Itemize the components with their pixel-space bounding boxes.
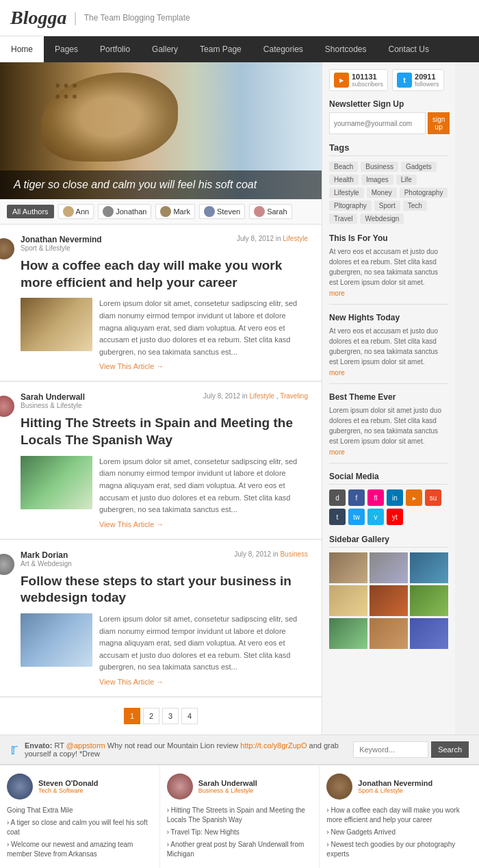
article-3-excerpt: Lorem ipsum dolor sit amet, consetetur s… (99, 613, 308, 674)
page-4[interactable]: 4 (181, 708, 198, 724)
footer-author-1-link-1[interactable]: Going That Extra Mile (7, 806, 73, 814)
tag-tech[interactable]: Tech (403, 201, 427, 211)
footer-authors: Steven O'Donald Tech & Software Going Th… (0, 765, 479, 868)
page-1[interactable]: 1 (124, 708, 140, 724)
page-3[interactable]: 3 (162, 708, 179, 724)
tag-pltography[interactable]: Pltography (329, 201, 372, 211)
footer-author-1-link-2[interactable]: › A tiger so close and calm you will fee… (7, 819, 148, 836)
footer-author-3-cat: Sport & Lifestyle (358, 787, 432, 794)
footer-avatar-1 (7, 774, 33, 800)
nav-categories[interactable]: Categories (253, 36, 314, 62)
nav-contact-us[interactable]: Contact Us (378, 36, 440, 62)
footer-author-2-link-3[interactable]: › Another great post by Sarah Underwall … (167, 841, 305, 858)
nav-home[interactable]: Home (0, 36, 44, 62)
article-2-category2[interactable]: Traveling (280, 392, 308, 400)
nav-portfolio[interactable]: Portfolio (89, 36, 141, 62)
article-2-date: July 8, 2012 in Lifestyle , Traveling (203, 392, 308, 400)
article-3-avatar (0, 552, 16, 576)
author-btn-mark[interactable]: Mark (155, 204, 194, 219)
tags-container: Beach Business Gadgets Health Images Lif… (329, 162, 448, 224)
tag-life[interactable]: Life (396, 175, 417, 185)
best-theme-body: Lorem ipsum dolor sit amet justo duo dol… (329, 405, 448, 446)
social-media-section: Social Media d f fl in ▸ su t tw v yt (329, 472, 448, 525)
social-youtube-icon[interactable]: yt (387, 509, 403, 525)
nav-shortcodes[interactable]: Shortcodes (314, 36, 378, 62)
author-btn-ann[interactable]: Ann (58, 204, 94, 219)
this-is-for-you-more[interactable]: more (329, 290, 448, 297)
hero-section: ● ● ●● ● ● A tiger so close and calm you… (0, 62, 322, 199)
footer-author-3-link-1[interactable]: › How a coffee each day will make you wo… (326, 806, 459, 824)
gallery-thumb-9[interactable] (410, 618, 448, 649)
search-button[interactable]: Search (431, 741, 469, 758)
footer-avatar-3 (326, 774, 352, 800)
footer-author-1-link-3[interactable]: › Welcome our newest and amazing team me… (7, 841, 133, 858)
author-btn-sarah[interactable]: Sarah (249, 204, 292, 219)
twitter-count-box: t 20911 followers (392, 69, 444, 91)
social-flickr-icon[interactable]: fl (367, 489, 384, 506)
article-2-readmore[interactable]: View This Article → (99, 520, 308, 528)
article-1-readmore[interactable]: View This Article → (99, 362, 308, 370)
site-tagline: The Team Blogging Template (84, 13, 190, 23)
tag-health[interactable]: Health (329, 175, 359, 185)
all-authors-label[interactable]: All Authors (7, 205, 54, 218)
tag-lifestyle[interactable]: Lifestyle (329, 188, 364, 198)
rss-icon: ▸ (334, 73, 349, 88)
article-2-excerpt: Lorem ipsum dolor sit amet, consetetur s… (99, 456, 308, 516)
tags-title: Tags (329, 142, 448, 156)
footer-author-3-link-2[interactable]: › New Gadgets Arrived (326, 828, 396, 836)
author-btn-steven[interactable]: Steven (199, 204, 245, 219)
social-facebook-icon[interactable]: f (348, 489, 365, 506)
tag-travel[interactable]: Travel (329, 214, 357, 224)
article-3-readmore[interactable]: View This Article → (99, 678, 308, 686)
tag-images[interactable]: Images (361, 175, 393, 185)
nav-pages[interactable]: Pages (44, 36, 89, 62)
search-input[interactable] (353, 741, 428, 758)
gallery-thumb-3[interactable] (410, 552, 448, 583)
gallery-thumb-1[interactable] (329, 552, 367, 583)
social-rss-icon[interactable]: ▸ (406, 489, 422, 506)
tag-beach[interactable]: Beach (329, 162, 358, 172)
footer-author-2-link-1[interactable]: › Hitting The Streets in Spain and Meeti… (167, 806, 305, 824)
gallery-thumb-8[interactable] (370, 618, 408, 649)
tag-sport[interactable]: Sport (374, 201, 400, 211)
gallery-thumb-2[interactable] (370, 552, 408, 583)
social-vimeo-icon[interactable]: v (367, 509, 384, 525)
tag-money[interactable]: Money (367, 188, 397, 198)
newsletter-input[interactable] (329, 112, 426, 134)
hero-spots: ● ● ●● ● ● (55, 79, 77, 101)
this-is-for-you-body: At vero eos et accusam et justo duo dolo… (329, 246, 448, 288)
article-3-title: Follow these steps to start your busines… (21, 573, 308, 607)
article-2-avatar (0, 394, 16, 418)
nav-gallery[interactable]: Gallery (141, 36, 189, 62)
article-2-thumb (21, 456, 92, 509)
footer-author-2-link-2[interactable]: › Travel Tip: New Hights (167, 828, 240, 836)
gallery-thumb-4[interactable] (329, 585, 367, 616)
tag-photography[interactable]: Photography (400, 188, 448, 198)
article-3-category[interactable]: Business (280, 550, 308, 558)
twitter-bar-content: Envato: RT @appstorm Why not read our Mo… (25, 741, 346, 758)
gallery-thumb-5[interactable] (370, 585, 408, 616)
social-digg-icon[interactable]: d (329, 489, 346, 506)
author-btn-jonathan[interactable]: Jonathan (98, 204, 151, 219)
nav-team-page[interactable]: Team Page (189, 36, 253, 62)
article-1-category[interactable]: Lifestyle (283, 235, 308, 242)
social-twitter-icon[interactable]: tw (348, 509, 365, 525)
footer-author-3-link-3[interactable]: › Newest tech goodies by our photography… (326, 841, 455, 858)
best-theme-title: Best Theme Ever (329, 392, 448, 402)
social-tumblr-icon[interactable]: t (329, 509, 346, 525)
social-linkedin-icon[interactable]: in (387, 489, 403, 506)
tag-gadgets[interactable]: Gadgets (401, 162, 437, 172)
page-2[interactable]: 2 (143, 708, 159, 724)
tag-webdesign[interactable]: Webdesign (360, 214, 404, 224)
new-hights-more[interactable]: more (329, 369, 448, 376)
tag-business[interactable]: Business (361, 162, 398, 172)
article-2-category[interactable]: Lifestyle (249, 392, 274, 400)
gallery-thumb-6[interactable] (410, 585, 448, 616)
article-3-date: July 8, 2012 in Business (234, 550, 308, 558)
author-filter: All Authors Ann Jonathan Mark Steven Sar… (0, 199, 322, 225)
site-logo[interactable]: Blogga (10, 7, 66, 29)
best-theme-more[interactable]: more (329, 448, 448, 456)
newsletter-signup-button[interactable]: sign up (428, 112, 450, 134)
social-stumble-icon[interactable]: su (425, 489, 441, 506)
gallery-thumb-7[interactable] (329, 618, 367, 649)
